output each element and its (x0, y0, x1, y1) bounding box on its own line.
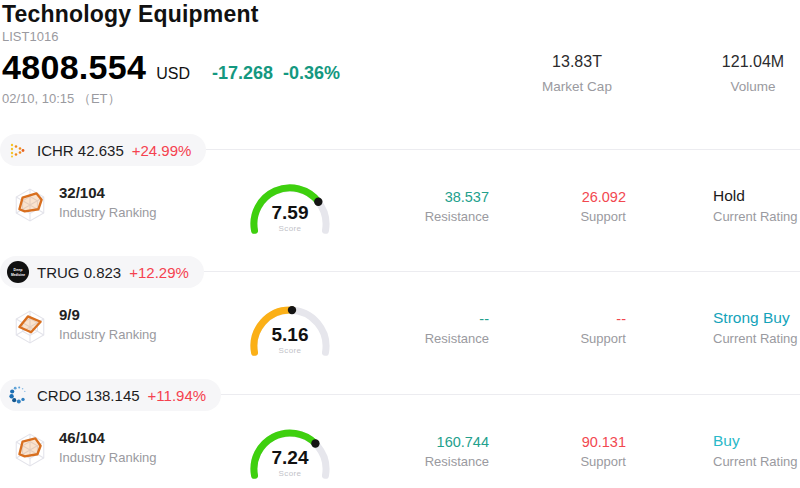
support-block: -- Support (506, 311, 626, 346)
price-row: 4808.554 USD -17.268 -0.36% (2, 48, 340, 87)
rating-label: Current Rating (713, 331, 800, 346)
stock-pill-crdo[interactable]: CRDO 138.145 +11.94% (0, 379, 221, 411)
volume-stat: 121.04M Volume (703, 53, 800, 94)
volume-value: 121.04M (703, 53, 800, 71)
resistance-block: 160.744 Resistance (369, 434, 489, 469)
rating-block: Strong Buy Current Rating (713, 309, 800, 346)
radar-chart-icon (12, 309, 48, 345)
ticker-price: TRUG 0.823 (37, 264, 121, 281)
svg-text:Medicine: Medicine (11, 273, 25, 277)
support-block: 90.131 Support (506, 434, 626, 469)
industry-ranking-crdo: 46/104 Industry Ranking (12, 429, 157, 468)
page-title: Technology Equipment (2, 1, 259, 28)
ticker-price: ICHR 42.635 (37, 142, 124, 159)
industry-ranking-trug: 9/9 Industry Ranking (12, 306, 157, 345)
ranking-value: 32/104 (59, 184, 157, 201)
ranking-value: 9/9 (59, 306, 157, 323)
support-value: 26.092 (506, 189, 626, 205)
resistance-value: 160.744 (369, 434, 489, 450)
ticker-change: +24.99% (132, 142, 192, 159)
score-gauge-crdo: 7.24 Score (245, 423, 335, 485)
radar-chart-icon (12, 432, 48, 468)
ranking-value: 46/104 (59, 429, 157, 446)
ranking-label: Industry Ranking (59, 327, 157, 342)
ranking-label: Industry Ranking (59, 205, 157, 220)
gauge-label: Score (245, 469, 335, 478)
index-change-abs: -17.268 (212, 63, 273, 84)
gauge-label: Score (245, 346, 335, 355)
ticker-change: +11.94% (148, 387, 207, 404)
rating-block: Buy Current Rating (713, 432, 800, 469)
resistance-label: Resistance (369, 331, 489, 346)
svg-text:Deep: Deep (14, 268, 24, 272)
support-label: Support (506, 209, 626, 224)
stock-section-ichr: ICHR 42.635 +24.99% 32/10 (0, 134, 800, 266)
gauge-label: Score (245, 224, 335, 233)
list-code: LIST1016 (2, 29, 58, 44)
stock-pill-trug[interactable]: Deep Medicine TRUG 0.823 +12.29% (0, 256, 204, 288)
stock-pill-ichr[interactable]: ICHR 42.635 +24.99% (0, 134, 206, 166)
rating-value: Strong Buy (713, 309, 800, 327)
ichr-logo-icon (7, 139, 29, 161)
stock-section-trug: Deep Medicine TRUG 0.823 +12.29% (0, 256, 800, 388)
support-label: Support (506, 454, 626, 469)
radar-chart-icon (12, 187, 48, 223)
stock-section-crdo: CRDO 138.145 +11.94% 46/1 (0, 379, 800, 488)
ticker-price: CRDO 138.145 (37, 387, 140, 404)
market-cap-value: 13.83T (512, 53, 642, 71)
resistance-value: -- (369, 311, 489, 327)
trug-logo-icon: Deep Medicine (7, 261, 29, 283)
rating-value: Hold (713, 187, 800, 205)
score-gauge-ichr: 7.59 Score (245, 178, 335, 240)
score-gauge-trug: 5.16 Score (245, 300, 335, 362)
volume-label: Volume (703, 79, 800, 94)
support-value: -- (506, 311, 626, 327)
market-cap-stat: 13.83T Market Cap (512, 53, 642, 94)
rating-label: Current Rating (713, 209, 800, 224)
sector-header: Technology Equipment LIST1016 4808.554 U… (0, 0, 800, 134)
ticker-change: +12.29% (129, 264, 189, 281)
quote-timestamp: 02/10, 10:15 （ET） (2, 90, 121, 108)
market-cap-label: Market Cap (512, 79, 642, 94)
support-value: 90.131 (506, 434, 626, 450)
industry-ranking-ichr: 32/104 Industry Ranking (12, 184, 157, 223)
resistance-block: 38.537 Resistance (369, 189, 489, 224)
support-block: 26.092 Support (506, 189, 626, 224)
rating-value: Buy (713, 432, 800, 450)
crdo-logo-icon (7, 384, 29, 406)
rating-block: Hold Current Rating (713, 187, 800, 224)
rating-label: Current Rating (713, 454, 800, 469)
resistance-block: -- Resistance (369, 311, 489, 346)
resistance-value: 38.537 (369, 189, 489, 205)
sector-dashboard: Technology Equipment LIST1016 4808.554 U… (0, 0, 800, 488)
gauge-score: 7.24 (245, 447, 335, 469)
resistance-label: Resistance (369, 454, 489, 469)
gauge-score: 7.59 (245, 202, 335, 224)
ranking-label: Industry Ranking (59, 450, 157, 465)
resistance-label: Resistance (369, 209, 489, 224)
currency-label: USD (156, 65, 190, 83)
index-price: 4808.554 (2, 48, 146, 87)
support-label: Support (506, 331, 626, 346)
index-change-pct: -0.36% (283, 63, 340, 84)
gauge-score: 5.16 (245, 324, 335, 346)
